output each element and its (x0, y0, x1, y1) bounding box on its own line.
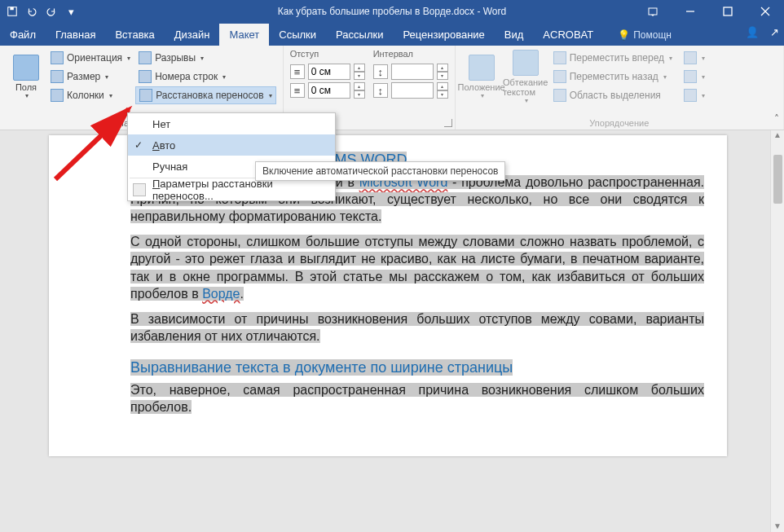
send-backward-icon (553, 70, 566, 83)
spacing-before-input[interactable] (391, 64, 434, 80)
ribbon-tabs: Файл Главная Вставка Дизайн Макет Ссылки… (0, 23, 784, 46)
lightbulb-icon: 💡 (618, 29, 630, 41)
hyphen-none-label: Нет (152, 118, 170, 130)
vertical-scrollbar[interactable]: ▲ ▼ (770, 130, 784, 532)
save-icon[interactable] (3, 2, 21, 20)
size-button[interactable]: Размер▾ (47, 68, 134, 86)
qat-customize-icon[interactable]: ▾ (62, 2, 80, 20)
doc-paragraph-2: С одной стороны, слишком большие отступы… (130, 233, 704, 301)
spacing-before-spin[interactable]: ↕▴▾ (373, 63, 448, 81)
orientation-icon (51, 51, 64, 64)
line-numbers-label: Номера строк (155, 71, 218, 82)
tab-view[interactable]: Вид (495, 24, 534, 46)
tab-insert[interactable]: Вставка (105, 24, 164, 46)
position-icon (469, 55, 495, 81)
orientation-button[interactable]: Ориентация▾ (47, 49, 134, 67)
line-numbers-button[interactable]: Номера строк▾ (135, 68, 276, 86)
hyphen-none-item[interactable]: Нет (128, 113, 335, 134)
selection-pane-button[interactable]: Область выделения (550, 86, 676, 104)
tab-acrobat[interactable]: ACROBAT (533, 24, 603, 46)
hyphen-options-item[interactable]: Параметры расстановки переносов... (128, 179, 335, 200)
tab-layout[interactable]: Макет (219, 24, 269, 46)
indent-right-up[interactable]: ▴ (354, 82, 365, 90)
title-bar: ▾ Как убрать большие пробелы в Ворде.doc… (0, 0, 784, 23)
position-label: Положение (458, 82, 505, 92)
rotate-button[interactable]: ▾ (680, 86, 708, 104)
margins-icon (13, 55, 39, 81)
svg-rect-2 (649, 8, 657, 15)
indent-left-icon: ≡ (290, 64, 305, 79)
margins-label: Поля (15, 82, 37, 92)
doc-heading-2: Выравнивание текста в документе по ширин… (130, 359, 704, 376)
spacing-after-up[interactable]: ▴ (437, 82, 448, 90)
wrap-text-button[interactable]: Обтекание текстом▾ (506, 49, 545, 104)
undo-icon[interactable] (23, 2, 41, 20)
spacing-after-down[interactable]: ▾ (437, 90, 448, 99)
maximize-icon[interactable] (709, 0, 747, 23)
ribbon: Поля ▾ Ориентация▾ Размер▾ Колонки▾ Разр… (0, 46, 784, 130)
hyphenation-dropdown: Нет ✓Авто Ручная Параметры расстановки п… (127, 112, 336, 201)
tab-mailings[interactable]: Рассылки (326, 24, 393, 46)
doc-paragraph-3: В зависимости от причины возникновения б… (130, 310, 704, 345)
line-numbers-icon (139, 70, 152, 83)
align-button[interactable]: ▾ (680, 49, 708, 67)
bring-forward-button[interactable]: Переместить вперед▾ (550, 49, 676, 67)
scroll-down-icon[interactable]: ▼ (771, 521, 784, 530)
spacing-heading: Интервал (373, 49, 448, 62)
position-button[interactable]: Положение▾ (462, 49, 501, 104)
redo-icon[interactable] (42, 2, 60, 20)
ribbon-options-icon[interactable] (634, 0, 672, 23)
margins-button[interactable]: Поля ▾ (7, 49, 46, 104)
hyphen-auto-label: Авто (152, 139, 175, 152)
tab-file[interactable]: Файл (0, 24, 46, 46)
indent-right-spin[interactable]: ≡▴▾ (290, 81, 365, 99)
checkmark-icon: ✓ (134, 139, 143, 151)
breaks-icon (139, 51, 152, 64)
hyphen-manual-label: Ручная (152, 160, 187, 173)
spacing-before-icon: ↕ (373, 64, 388, 79)
tab-design[interactable]: Дизайн (165, 24, 220, 46)
collapse-ribbon-icon[interactable]: ˄ (774, 113, 779, 125)
group-icon (684, 70, 697, 83)
close-icon[interactable] (747, 0, 784, 23)
orientation-label: Ориентация (67, 52, 122, 64)
columns-icon (51, 89, 64, 102)
spacing-before-up[interactable]: ▴ (437, 64, 448, 72)
signin-icon[interactable]: 👤 (746, 26, 759, 38)
tell-me[interactable]: 💡 Помощн (610, 24, 680, 46)
tab-review[interactable]: Рецензирование (393, 24, 494, 46)
tab-references[interactable]: Ссылки (269, 24, 326, 46)
columns-button[interactable]: Колонки▾ (47, 86, 134, 104)
indent-left-up[interactable]: ▴ (354, 64, 365, 72)
indent-right-input[interactable] (308, 82, 350, 99)
spacing-before-down[interactable]: ▾ (437, 72, 448, 80)
group-button[interactable]: ▾ (680, 68, 708, 86)
paragraph-launcher-icon[interactable] (444, 119, 452, 127)
breaks-button[interactable]: Разрывы▾ (135, 49, 276, 67)
wrap-text-icon (513, 50, 539, 76)
indent-heading: Отступ (290, 49, 365, 62)
share-icon[interactable]: ↗ (770, 26, 779, 38)
tab-home[interactable]: Главная (46, 24, 105, 46)
hyphen-auto-item[interactable]: ✓Авто (128, 134, 335, 156)
hyphenation-button[interactable]: Расстановка переносов▾ (135, 86, 276, 104)
doc-paragraph-4: Это, наверное, самая распространенная пр… (130, 381, 704, 415)
send-backward-label: Переместить назад (570, 71, 658, 82)
bring-forward-label: Переместить вперед (570, 52, 664, 64)
indent-right-down[interactable]: ▾ (354, 90, 365, 99)
hyphen-options-label: Параметры расстановки переносов... (152, 178, 335, 202)
indent-left-input[interactable] (308, 64, 350, 80)
tell-me-label: Помощн (633, 29, 672, 41)
rotate-icon (684, 89, 697, 102)
spacing-after-input[interactable] (391, 82, 434, 99)
indent-left-spin[interactable]: ≡▴▾ (290, 63, 365, 81)
send-backward-button[interactable]: Переместить назад▾ (550, 68, 676, 86)
selection-pane-label: Область выделения (570, 90, 661, 101)
indent-left-down[interactable]: ▾ (354, 72, 365, 80)
scroll-thumb[interactable] (773, 155, 782, 204)
minimize-icon[interactable] (672, 0, 709, 23)
scroll-up-icon[interactable]: ▲ (771, 130, 784, 139)
hyphenation-label: Расстановка переносов (156, 90, 264, 101)
spacing-after-spin[interactable]: ↕▴▾ (373, 81, 448, 99)
align-icon (684, 51, 697, 64)
